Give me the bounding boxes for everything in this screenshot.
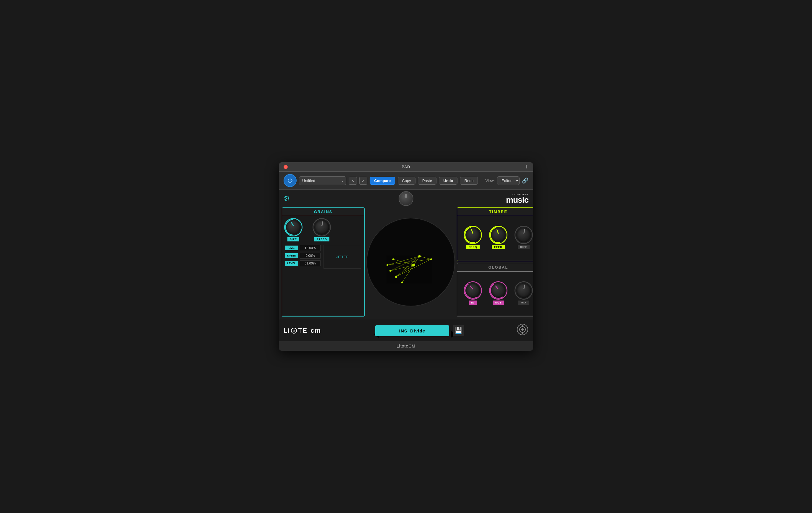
close-button[interactable] — [284, 165, 288, 169]
svg-point-16 — [430, 258, 432, 260]
view-select[interactable]: Editor — [497, 176, 520, 185]
feed-knob[interactable] — [490, 227, 506, 243]
controls-bar: ⏻ Untitled ⌄ < > Compare Copy Paste Undo… — [279, 172, 533, 190]
svg-point-0 — [368, 219, 454, 305]
power-button[interactable]: ⏻ — [284, 174, 297, 187]
svg-point-14 — [418, 255, 421, 258]
timbre-panel-header: TIMBRE — [457, 208, 533, 216]
svg-point-21 — [393, 258, 394, 260]
jitter-area[interactable]: JITTER — [323, 245, 361, 269]
litote-logo: Li ⊕ TE cm — [284, 327, 321, 334]
timbre-panel: TIMBRE FREQ FEED DIFF — [457, 207, 533, 261]
plugin-window: PAD ⬆ ⏻ Untitled ⌄ < > Compare Copy Past… — [279, 162, 533, 351]
litote-li: Li — [284, 327, 290, 334]
window-icon: ⬆ — [525, 164, 528, 170]
size-param-row: SIZE 18.00% — [285, 245, 321, 251]
svg-point-26 — [522, 333, 523, 334]
brand-icon — [517, 324, 528, 335]
link-button[interactable]: 🔗 — [522, 177, 528, 184]
speed-knob-label: SPEED — [314, 237, 329, 241]
svg-point-20 — [389, 270, 391, 272]
paste-button[interactable]: Paste — [418, 177, 436, 185]
freq-knob-label: FREQ — [466, 245, 479, 249]
litote-cm: cm — [311, 327, 321, 334]
in-knob[interactable] — [465, 282, 481, 299]
speed-knob-group: SPEED — [314, 219, 330, 241]
out-knob-group: OUT — [490, 282, 506, 305]
level-param-row: LEVEL 61.00% — [285, 260, 321, 266]
in-knob-label: IN — [469, 301, 477, 305]
grains-panel: GRAINS SIZE SPEED — [282, 207, 365, 317]
speed-param-row: SPEED 0.00% — [285, 253, 321, 259]
music-text: music — [506, 195, 528, 205]
diff-knob-group: DIFF — [515, 227, 532, 249]
level-value: 61.00% — [300, 260, 321, 266]
speed-value: 0.00% — [300, 253, 321, 259]
size-knob-group: SIZE — [285, 219, 301, 241]
speed-tag: SPEED — [285, 253, 298, 258]
svg-point-25 — [522, 325, 523, 326]
svg-point-19 — [401, 282, 403, 283]
window-title: PAD — [402, 164, 410, 169]
viz-panel — [366, 207, 455, 317]
svg-point-17 — [395, 275, 398, 278]
out-knob[interactable] — [490, 282, 506, 299]
copy-button[interactable]: Copy — [398, 177, 415, 185]
mix-knob-group: MIX — [515, 282, 532, 305]
global-panel: GLOBAL IN OUT MIX — [457, 263, 533, 317]
freq-knob-group: FREQ — [465, 227, 481, 249]
svg-point-24 — [521, 328, 524, 331]
preset-wrapper: Untitled ⌄ — [299, 176, 346, 185]
speed-knob[interactable] — [314, 219, 330, 236]
global-panel-header: GLOBAL — [457, 263, 533, 272]
size-value: 18.00% — [300, 245, 321, 251]
size-tag: SIZE — [285, 246, 298, 250]
plugin-area: ⚙ COMPUTER music GRAINS SIZE — [279, 190, 533, 341]
svg-point-15 — [412, 264, 415, 267]
compare-button[interactable]: Compare — [370, 177, 395, 185]
diff-knob[interactable] — [515, 227, 532, 243]
size-knob-label: SIZE — [287, 237, 299, 241]
in-knob-group: IN — [465, 282, 481, 305]
params-list: SIZE 18.00% SPEED 0.00% LEVEL 61.00% — [285, 245, 321, 269]
global-inner: IN OUT MIX — [457, 272, 533, 315]
plugin-name-bar: LitoteCM — [279, 341, 533, 351]
out-knob-label: OUT — [493, 301, 504, 305]
feed-knob-label: FEED — [492, 245, 505, 249]
litote-te: TE — [298, 327, 308, 334]
size-knob[interactable] — [285, 219, 301, 236]
mix-knob[interactable] — [515, 282, 532, 299]
view-label: View: — [485, 179, 495, 183]
timbre-inner: FREQ FEED DIFF — [457, 216, 533, 260]
bottom-bar: Li ⊕ TE cm INS_Divide 💾 — [279, 320, 533, 341]
plugin-name: LitoteCM — [397, 344, 415, 349]
svg-point-18 — [386, 264, 388, 266]
settings-icon[interactable]: ⚙ — [284, 194, 290, 203]
preset-nav: INS_Divide 💾 — [325, 325, 513, 336]
feed-knob-group: FEED — [490, 227, 506, 249]
cm-logo: COMPUTER music — [506, 193, 528, 204]
undo-button[interactable]: Undo — [439, 177, 458, 185]
level-tag: LEVEL — [285, 261, 298, 266]
center-knob[interactable] — [399, 191, 413, 206]
plugin-header: ⚙ COMPUTER music — [279, 190, 533, 207]
save-button[interactable]: 💾 — [453, 325, 464, 336]
brand-logo-right — [517, 324, 528, 338]
viz-circle[interactable] — [366, 218, 455, 306]
title-bar: PAD ⬆ — [279, 162, 533, 172]
grains-inner: SIZE SPEED SIZE 18.00% — [282, 216, 364, 315]
grains-panel-header: GRAINS — [282, 208, 364, 216]
litote-circle-icon: ⊕ — [291, 328, 297, 334]
jitter-label: JITTER — [336, 255, 349, 259]
diff-knob-label: DIFF — [518, 245, 530, 249]
preset-bar[interactable]: INS_Divide — [375, 325, 449, 336]
preset-select[interactable]: Untitled — [299, 176, 346, 185]
panels-row: GRAINS SIZE SPEED — [279, 207, 533, 320]
grains-knobs-row: SIZE SPEED — [285, 219, 361, 241]
redo-button[interactable]: Redo — [460, 177, 478, 185]
nav-back-button[interactable]: < — [349, 177, 357, 185]
params-section: SIZE 18.00% SPEED 0.00% LEVEL 61.00% — [285, 245, 361, 269]
right-panels: TIMBRE FREQ FEED DIFF — [457, 207, 533, 317]
nav-forward-button[interactable]: > — [359, 177, 368, 185]
freq-knob[interactable] — [465, 227, 481, 243]
